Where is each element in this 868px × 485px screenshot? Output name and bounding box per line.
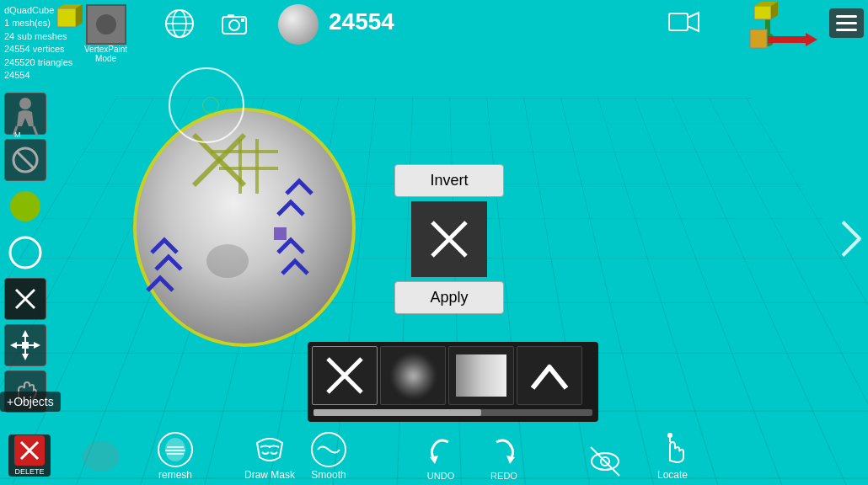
svg-point-35 (19, 98, 31, 109)
svg-rect-34 (750, 29, 767, 48)
vertex-paint-icon[interactable] (86, 4, 126, 45)
hamburger-menu-button[interactable] (829, 8, 864, 38)
svg-rect-23 (241, 19, 244, 22)
brush-gradient[interactable] (448, 346, 514, 405)
svg-point-42 (10, 237, 40, 268)
svg-point-61 (165, 438, 185, 461)
remesh-button[interactable]: remesh (156, 430, 195, 481)
3d-gizmo (708, 4, 826, 80)
svg-point-21 (229, 20, 239, 30)
svg-marker-46 (22, 330, 29, 337)
left-toolbar: M (4, 93, 46, 413)
undo-label: UNDO (427, 471, 454, 481)
brush-selector-panel (308, 342, 598, 422)
brush-progress-track (313, 409, 592, 416)
snapshot-camera-icon[interactable] (219, 8, 249, 42)
globe-icon[interactable] (164, 8, 195, 42)
no-entry-tool-button[interactable] (4, 139, 46, 181)
x-mark-tool[interactable] (4, 278, 46, 320)
svg-point-72 (667, 433, 672, 438)
svg-marker-33 (806, 33, 817, 46)
svg-rect-51 (22, 342, 29, 349)
svg-marker-47 (22, 354, 29, 360)
svg-point-52 (83, 441, 120, 472)
svg-text:M: M (14, 131, 21, 139)
redo-label: REDO (490, 471, 517, 481)
invert-preview-box (411, 201, 487, 277)
svg-line-70 (591, 447, 619, 476)
small-mesh-thumbnail (80, 440, 122, 477)
smooth-button[interactable]: Smooth (309, 430, 348, 481)
svg-rect-29 (754, 6, 771, 19)
svg-point-41 (10, 191, 40, 221)
transform-tool-button[interactable] (4, 324, 46, 366)
svg-marker-49 (10, 342, 17, 349)
remesh-label: remesh (158, 469, 192, 481)
svg-rect-24 (669, 13, 688, 30)
hamburger-line-1 (836, 15, 857, 18)
delete-button[interactable]: DELETE (8, 434, 51, 477)
3d-head-mesh (110, 84, 379, 337)
brush-chevron[interactable] (517, 346, 582, 405)
draw-mask-label: Draw Mask (244, 469, 295, 481)
vertex-paint-label: VertexPaint (84, 45, 127, 54)
add-objects-button[interactable]: +Objects (0, 392, 61, 412)
locate-button[interactable]: Locate (653, 430, 692, 481)
green-circle-tool[interactable] (4, 185, 46, 227)
svg-marker-67 (506, 456, 515, 464)
vertex-paint-area[interactable]: VertexPaint Mode (84, 4, 127, 63)
brush-smoke[interactable] (380, 346, 446, 405)
svg-point-9 (206, 244, 249, 278)
undo-button[interactable]: UNDO (421, 432, 460, 481)
apply-button[interactable]: Apply (394, 281, 504, 314)
hide-button[interactable] (586, 442, 624, 481)
locate-label: Locate (657, 469, 688, 481)
triangles-count: 245520 triangles (4, 56, 72, 69)
brush-cross[interactable] (312, 346, 378, 405)
invert-panel: Invert Apply (394, 164, 504, 314)
mesh-id: 24554 (4, 69, 72, 82)
right-arrow-button[interactable] (839, 218, 864, 268)
delete-label: DELETE (14, 467, 44, 476)
brush-progress-bar-area[interactable] (312, 408, 594, 418)
redo-button[interactable]: REDO (485, 432, 523, 481)
hamburger-line-2 (836, 22, 857, 24)
quad-cube-icon[interactable] (51, 4, 84, 38)
svg-point-14 (96, 14, 116, 35)
svg-line-37 (34, 126, 37, 136)
sphere-preview (278, 4, 319, 45)
video-camera-icon[interactable] (669, 11, 699, 38)
invert-button[interactable]: Invert (394, 164, 504, 197)
smooth-label: Smooth (311, 469, 346, 481)
hamburger-line-3 (836, 29, 857, 31)
vertices-count: 24554 vertices (4, 43, 72, 56)
vertex-count-display: 24554 (329, 8, 394, 35)
svg-rect-8 (274, 227, 287, 240)
add-objects-label: +Objects (0, 392, 61, 412)
draw-mask-button[interactable]: Draw Mask (244, 430, 295, 481)
svg-marker-50 (34, 342, 40, 349)
person-tool-button[interactable]: M (4, 93, 46, 135)
white-ring-tool[interactable] (4, 232, 46, 274)
svg-rect-32 (768, 36, 806, 43)
svg-rect-10 (57, 8, 76, 27)
brush-options-row (312, 346, 594, 405)
svg-marker-25 (688, 13, 699, 31)
brush-progress-fill (313, 409, 481, 416)
svg-rect-22 (228, 14, 234, 18)
mode-label: Mode (95, 54, 116, 63)
svg-marker-66 (430, 456, 438, 464)
svg-line-40 (17, 152, 34, 168)
